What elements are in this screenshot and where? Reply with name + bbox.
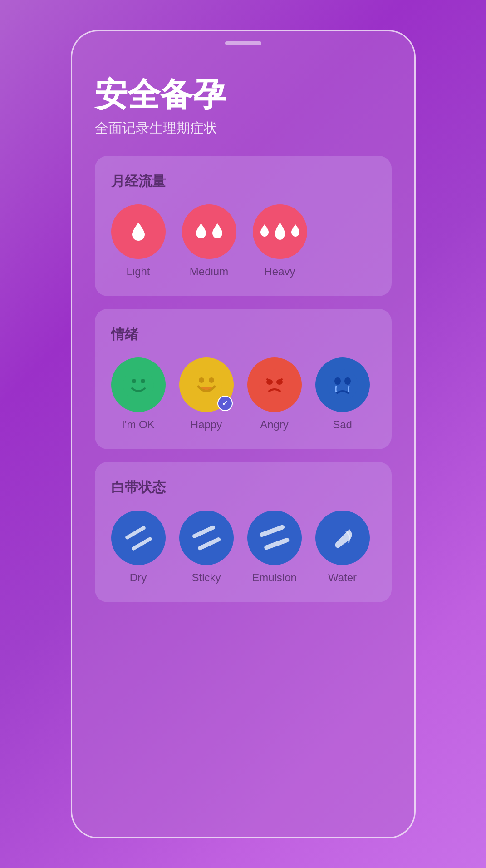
flow-title: 月经流量	[111, 172, 375, 191]
mood-item-angry[interactable]: Angry	[247, 357, 302, 431]
discharge-title: 白带状态	[111, 478, 375, 497]
svg-rect-17	[263, 537, 290, 550]
svg-point-3	[191, 369, 222, 400]
app-title: 安全备孕	[95, 77, 392, 113]
svg-point-6	[259, 369, 290, 400]
happy-check-badge	[217, 396, 233, 411]
discharge-item-sticky[interactable]: Sticky	[179, 511, 234, 584]
flow-label-medium: Medium	[190, 265, 228, 278]
header: 安全备孕 全面记录生理期症状	[95, 77, 392, 138]
mood-circle-happy	[179, 357, 234, 412]
flow-item-heavy[interactable]: Heavy	[253, 204, 307, 278]
mood-card: 情绪 I'm OK	[95, 309, 392, 449]
svg-rect-15	[197, 536, 221, 551]
svg-point-0	[123, 369, 154, 400]
discharge-label-sticky: Sticky	[191, 571, 221, 584]
flow-card: 月经流量 Light Medium	[95, 156, 392, 296]
flow-circle-light	[111, 204, 166, 259]
mood-label-sad: Sad	[333, 418, 352, 431]
svg-point-9	[327, 369, 358, 400]
discharge-label-emulsion: Emulsion	[252, 571, 297, 584]
discharge-item-water[interactable]: Water	[315, 511, 370, 584]
flow-item-light[interactable]: Light	[111, 204, 166, 278]
svg-point-5	[209, 377, 214, 383]
mood-items: I'm OK Happy	[111, 357, 375, 431]
flow-label-light: Light	[126, 265, 150, 278]
discharge-circle-emulsion	[247, 511, 302, 565]
phone-frame: 安全备孕 全面记录生理期症状 月经流量 Light	[71, 30, 416, 838]
svg-point-11	[344, 377, 351, 385]
discharge-circle-dry	[111, 511, 166, 565]
discharge-label-dry: Dry	[130, 571, 147, 584]
phone-notch	[225, 41, 261, 45]
svg-rect-13	[131, 536, 152, 551]
mood-circle-angry	[247, 357, 302, 412]
svg-point-1	[132, 379, 136, 383]
discharge-circle-sticky	[179, 511, 234, 565]
mood-item-sad[interactable]: Sad	[315, 357, 370, 431]
discharge-card: 白带状态 Dry S	[95, 462, 392, 602]
mood-item-ok[interactable]: I'm OK	[111, 357, 166, 431]
mood-circle-sad	[315, 357, 370, 412]
svg-rect-16	[259, 524, 285, 537]
flow-label-heavy: Heavy	[264, 265, 295, 278]
discharge-circle-water	[315, 511, 370, 565]
svg-point-2	[141, 379, 145, 383]
discharge-label-water: Water	[328, 571, 357, 584]
mood-label-angry: Angry	[260, 418, 289, 431]
discharge-items: Dry Sticky	[111, 511, 375, 584]
mood-item-happy[interactable]: Happy	[179, 357, 234, 431]
discharge-item-emulsion[interactable]: Emulsion	[247, 511, 302, 584]
app-subtitle: 全面记录生理期症状	[95, 119, 392, 138]
svg-rect-12	[124, 525, 146, 540]
svg-rect-14	[191, 525, 216, 539]
mood-circle-ok	[111, 357, 166, 412]
mood-label-happy: Happy	[191, 418, 222, 431]
discharge-item-dry[interactable]: Dry	[111, 511, 166, 584]
flow-circle-heavy	[253, 204, 307, 259]
flow-item-medium[interactable]: Medium	[182, 204, 236, 278]
flow-circle-medium	[182, 204, 236, 259]
flow-items: Light Medium	[111, 204, 375, 278]
svg-point-4	[199, 377, 204, 383]
mood-label-ok: I'm OK	[122, 418, 155, 431]
svg-point-10	[334, 377, 341, 385]
mood-title: 情绪	[111, 325, 375, 344]
